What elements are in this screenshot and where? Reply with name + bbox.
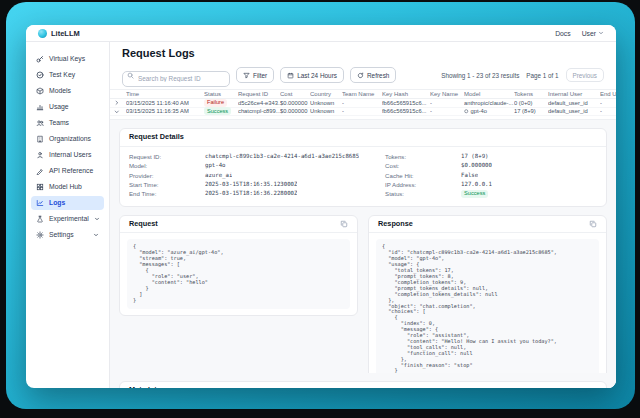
sidebar-label: Virtual Keys (49, 56, 85, 63)
funnel-icon (243, 72, 250, 79)
sidebar-label: Experimental (49, 216, 89, 223)
cell-time: 03/15/2025 11:16:35 AM (126, 108, 204, 114)
request-details-title: Request Details (129, 133, 184, 142)
copy-icon (589, 220, 597, 228)
cell-cost: $0.000000 (280, 100, 310, 106)
sidebar-item-organizations[interactable]: Organizations (31, 132, 104, 146)
litellm-app-window: LiteLLM Docs User Virtual Keys Test Key … (26, 25, 616, 388)
filter-button[interactable]: Filter (236, 67, 274, 83)
col-end-user: End User (600, 91, 616, 97)
sidebar-label: API Reference (49, 168, 93, 175)
users-icon (36, 119, 44, 127)
ip-address-value: 127.0.0.1 (461, 180, 492, 189)
user-menu[interactable]: User (582, 30, 604, 37)
sidebar-item-api-reference[interactable]: API Reference (31, 164, 104, 178)
copy-icon (340, 220, 348, 228)
sidebar-item-test-key[interactable]: Test Key (31, 68, 104, 82)
previous-page-button[interactable]: Previous (566, 68, 605, 82)
start-time-value: 2025-03-15T18:16:35.123000Z (205, 180, 297, 189)
chevron-down-icon (114, 109, 120, 115)
cell-key-name: - (430, 108, 464, 114)
field-label: Status: (385, 189, 461, 198)
sidebar-item-teams[interactable]: Teams (31, 116, 104, 130)
cell-request-id: chatcmpl-c899... (238, 108, 280, 114)
sidebar-item-logs[interactable]: Logs (31, 196, 104, 210)
cost-value: $0.000000 (461, 161, 492, 170)
search-box (122, 67, 230, 83)
docs-link[interactable]: Docs (555, 30, 571, 37)
cache-hit-value: False (461, 171, 478, 180)
pen-icon (36, 167, 44, 175)
sidebar-label: Test Key (49, 72, 75, 79)
refresh-icon (357, 72, 364, 79)
cell-end-user: - (600, 108, 616, 114)
col-model: Model (464, 91, 514, 97)
sidebar-item-internal-users[interactable]: Internal Users (31, 148, 104, 162)
sidebar-item-model-hub[interactable]: Model Hub (31, 180, 104, 194)
request-details-card: Request Details Request ID:chatcmpl-c899… (119, 128, 607, 207)
response-panel-title: Response (378, 220, 413, 229)
cell-country: Unknown (310, 108, 342, 114)
col-key-hash: Key Hash (382, 91, 430, 97)
model-value: gpt-4o (205, 161, 226, 170)
request-panel-title: Request (129, 220, 158, 229)
cell-status: Failure (204, 99, 238, 107)
status-badge: Success (204, 107, 231, 115)
field-label: Tokens: (385, 152, 461, 161)
col-time: Time (126, 91, 204, 97)
search-icon (127, 72, 134, 79)
sidebar-item-settings[interactable]: Settings (31, 228, 104, 242)
copy-response-button[interactable] (589, 220, 597, 228)
copy-request-button[interactable] (340, 220, 348, 228)
top-links: Docs User (555, 30, 604, 37)
line-chart-icon (36, 199, 44, 207)
model-name: gpt-4o (471, 108, 487, 114)
cell-tokens: 17 (8+9) (514, 108, 548, 114)
search-input[interactable] (122, 71, 230, 87)
user-icon (36, 151, 44, 159)
chevron-down-icon (598, 30, 604, 36)
building-icon (36, 135, 44, 143)
status-badge: Failure (204, 99, 227, 107)
expand-row-button[interactable] (114, 100, 126, 106)
collapse-row-button[interactable] (114, 109, 126, 115)
sidebar-item-usage[interactable]: Usage (31, 100, 104, 114)
sidebar-label: Model Hub (49, 184, 82, 191)
toolbar: Filter Last 24 Hours Refresh Showing 1 -… (122, 67, 604, 83)
metadata-card: Metadata (119, 381, 607, 388)
sidebar-item-models[interactable]: Models (31, 84, 104, 98)
pagination: Showing 1 - 23 of 23 results Page 1 of 1… (441, 68, 604, 82)
cube-icon (36, 87, 44, 95)
end-time-value: 2025-03-15T18:16:36.228000Z (205, 189, 297, 198)
grid-icon (36, 183, 44, 191)
col-team-name: Team Name (342, 91, 382, 97)
metadata-title: Metadata (129, 386, 161, 388)
col-tokens: Tokens (514, 91, 548, 97)
filter-button-label: Filter (253, 72, 267, 79)
brand: LiteLLM (38, 29, 80, 38)
request-response-panels: Request { "model": "azure_ai/gpt-4o", "s… (119, 215, 607, 373)
sidebar-label: Internal Users (49, 152, 91, 159)
circle-check-icon (36, 71, 44, 79)
sidebar-label: Models (49, 88, 71, 95)
table-header-row: Time Status Request ID Cost Country Team… (110, 89, 616, 99)
provider-value: azure_ai (205, 171, 232, 180)
sidebar-item-virtual-keys[interactable]: Virtual Keys (31, 52, 104, 66)
time-range-button[interactable]: Last 24 Hours (280, 67, 344, 83)
calendar-icon (287, 72, 294, 79)
cell-tokens: 0 (0+0) (514, 100, 548, 106)
cell-internal-user: default_user_id (548, 100, 600, 106)
results-count: Showing 1 - 23 of 23 results (441, 72, 519, 79)
cell-key-hash: fb66c565915c6... (382, 100, 430, 106)
field-label: Provider: (129, 171, 205, 180)
sidebar-item-experimental[interactable]: Experimental (31, 212, 104, 226)
table-row[interactable]: 03/15/2025 11:16:40 AM Failure d5c26ce4-… (110, 99, 616, 108)
top-navbar: LiteLLM Docs User (26, 25, 616, 42)
bar-chart-icon (36, 103, 44, 111)
chevron-right-icon (114, 100, 120, 106)
sidebar-label: Teams (49, 120, 69, 127)
main-content: Request Logs Filter Last 24 Hours Refres… (110, 42, 616, 388)
response-panel: Response { "id": "chatcmpl-c899c1b3-ca2e… (368, 215, 607, 373)
table-row[interactable]: 03/15/2025 11:16:35 AM Success chatcmpl-… (110, 108, 616, 117)
refresh-button[interactable]: Refresh (350, 67, 396, 83)
